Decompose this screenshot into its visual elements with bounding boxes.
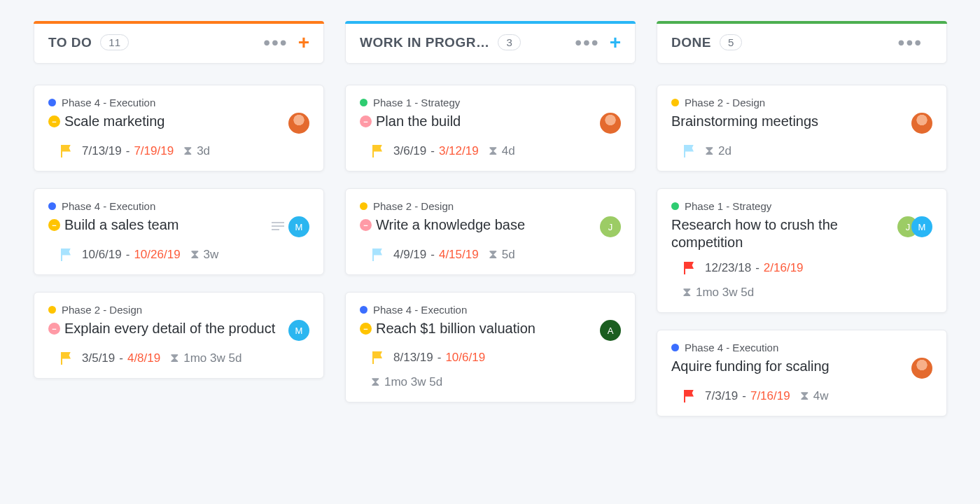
avatar[interactable]: M — [288, 216, 309, 237]
task-card[interactable]: Phase 1 - StrategyResearch how to crush … — [657, 188, 947, 313]
avatar[interactable] — [911, 358, 932, 379]
date-start: 10/6/19 — [82, 248, 122, 262]
avatar[interactable] — [911, 113, 932, 134]
flag-icon[interactable] — [371, 145, 384, 158]
date-start: 4/9/19 — [393, 248, 426, 262]
column-header[interactable]: TO DO11•••+ — [34, 21, 324, 64]
phase-dot-icon — [48, 202, 56, 210]
column-title: DONE — [671, 35, 711, 50]
avatar[interactable]: M — [288, 320, 309, 341]
phase-label: Phase 4 - Execution — [62, 97, 155, 108]
assignee-avatars[interactable]: JM — [893, 216, 932, 237]
meta-row: ⧗1mo 3w 5d — [360, 374, 621, 389]
hourglass-icon: ⧗ — [705, 144, 714, 158]
flag-icon[interactable] — [682, 145, 695, 158]
status-dot-icon: − — [48, 115, 60, 127]
meta-row: 4/9/19 - 4/15/19⧗5d — [360, 247, 621, 262]
meta-row: 3/6/19 - 3/12/19⧗4d — [360, 144, 621, 158]
duration-value: 2d — [718, 144, 732, 158]
flag-icon[interactable] — [59, 248, 72, 261]
flag-icon[interactable] — [371, 351, 384, 364]
date-range[interactable]: 4/9/19 - 4/15/19 — [393, 248, 479, 262]
meta-row: 12/23/18 - 2/16/19 — [671, 261, 932, 275]
task-card[interactable]: Phase 4 - Execution−Build a sales teamM1… — [34, 188, 324, 275]
status-dot-icon: − — [48, 323, 60, 335]
date-end: 4/15/19 — [439, 248, 479, 262]
date-end: 3/12/19 — [439, 144, 479, 158]
task-title: Scale marketing — [64, 113, 284, 130]
duration: ⧗1mo 3w 5d — [371, 374, 442, 389]
phase-label: Phase 2 - Design — [685, 97, 765, 108]
phase-dot-icon — [360, 202, 368, 210]
duration: ⧗4w — [800, 388, 829, 403]
date-range[interactable]: 12/23/18 - 2/16/19 — [705, 261, 804, 275]
column-header[interactable]: WORK IN PROGR…3•••+ — [345, 21, 636, 64]
date-end: 4/8/19 — [127, 351, 160, 365]
duration-value: 5d — [502, 248, 515, 262]
duration: ⧗3w — [190, 247, 219, 262]
date-start: 3/5/19 — [82, 351, 115, 365]
column-done: DONE5•••Phase 2 - DesignBrainstorming me… — [657, 21, 947, 433]
meta-row: ⧗2d — [671, 144, 932, 158]
task-card[interactable]: Phase 4 - ExecutionAquire funding for sc… — [657, 330, 947, 416]
assignee-avatars[interactable]: J — [596, 216, 621, 237]
phase-dot-icon — [671, 202, 679, 210]
task-card[interactable]: Phase 2 - DesignBrainstorming meetings⧗2… — [657, 85, 947, 172]
avatar[interactable] — [288, 113, 309, 134]
task-title: Plan the build — [376, 113, 596, 130]
task-card[interactable]: Phase 2 - Design−Write a knowledge baseJ… — [345, 188, 636, 275]
phase-dot-icon — [360, 99, 368, 106]
avatar[interactable] — [600, 113, 621, 134]
task-card[interactable]: Phase 4 - Execution−Reach $1 billion val… — [345, 292, 636, 402]
phase-dot-icon — [48, 99, 56, 106]
date-range[interactable]: 3/6/19 - 3/12/19 — [393, 144, 479, 158]
column-todo: TO DO11•••+Phase 4 - Execution−Scale mar… — [34, 21, 324, 396]
assignee-avatars[interactable]: M — [284, 320, 309, 341]
date-start: 3/6/19 — [393, 144, 426, 158]
hourglass-icon: ⧗ — [190, 247, 200, 262]
column-header[interactable]: DONE5••• — [657, 21, 947, 64]
assignee-avatars[interactable] — [596, 113, 621, 134]
date-range[interactable]: 7/3/19 - 7/16/19 — [705, 389, 790, 403]
date-start: 7/3/19 — [705, 389, 738, 403]
assignee-avatars[interactable] — [907, 358, 932, 379]
duration-value: 1mo 3w 5d — [183, 351, 241, 365]
meta-row: 7/3/19 - 7/16/19⧗4w — [671, 388, 932, 403]
date-range[interactable]: 7/13/19 - 7/19/19 — [82, 144, 174, 158]
assignee-avatars[interactable]: M — [284, 216, 309, 237]
description-icon — [272, 222, 284, 230]
flag-icon[interactable] — [59, 352, 72, 365]
task-card[interactable]: Phase 2 - Design−Explain every detail of… — [34, 292, 324, 379]
date-end: 10/26/19 — [134, 248, 180, 262]
assignee-avatars[interactable]: A — [596, 320, 621, 341]
date-range[interactable]: 3/5/19 - 4/8/19 — [82, 351, 160, 365]
meta-row: 7/13/19 - 7/19/19⧗3d — [48, 144, 309, 158]
avatar[interactable]: J — [600, 216, 621, 237]
task-title: Write a knowledge base — [376, 216, 596, 234]
task-card[interactable]: Phase 1 - Strategy−Plan the build3/6/19 … — [345, 85, 636, 172]
meta-row: 10/6/19 - 10/26/19⧗3w — [48, 247, 309, 262]
flag-icon[interactable] — [682, 262, 695, 274]
task-title: Aquire funding for scaling — [671, 358, 907, 375]
status-dot-icon: − — [48, 219, 60, 231]
phase-dot-icon — [671, 99, 679, 106]
status-dot-icon: − — [360, 115, 372, 127]
phase-dot-icon — [48, 306, 56, 314]
date-end: 10/6/19 — [445, 351, 485, 365]
phase-label: Phase 2 - Design — [373, 200, 454, 212]
flag-icon[interactable] — [371, 248, 384, 261]
phase-row: Phase 2 - Design — [360, 200, 621, 212]
assignee-avatars[interactable] — [907, 113, 932, 134]
hourglass-icon: ⧗ — [183, 144, 192, 158]
flag-icon[interactable] — [59, 145, 72, 158]
task-title: Research how to crush the competition — [671, 216, 893, 251]
avatar[interactable]: A — [600, 320, 621, 341]
date-range[interactable]: 8/13/19 - 10/6/19 — [393, 351, 485, 365]
phase-label: Phase 4 - Execution — [62, 200, 155, 212]
date-range[interactable]: 10/6/19 - 10/26/19 — [82, 248, 181, 262]
assignee-avatars[interactable] — [284, 113, 309, 134]
hourglass-icon: ⧗ — [489, 247, 498, 262]
avatar[interactable]: M — [911, 216, 932, 237]
flag-icon[interactable] — [682, 390, 695, 402]
task-card[interactable]: Phase 4 - Execution−Scale marketing7/13/… — [34, 85, 324, 172]
